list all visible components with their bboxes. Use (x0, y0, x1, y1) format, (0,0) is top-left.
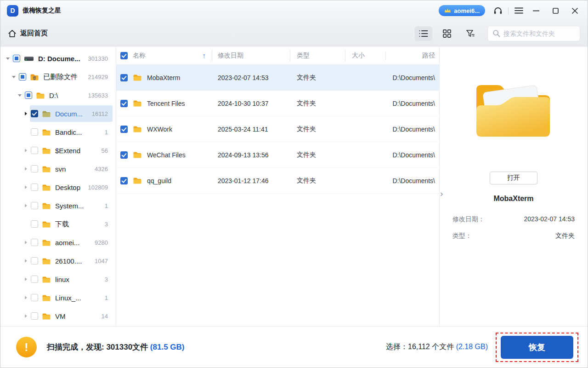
panel-collapse-chevron-icon[interactable]: › (440, 189, 443, 198)
file-row[interactable]: qq_guild2023-01-12 17:46文件夹D:\Documents\ (116, 168, 439, 194)
window-close-button[interactable] (568, 4, 581, 17)
tree-item-checkbox[interactable] (31, 202, 38, 209)
recover-button[interactable]: 恢复 (501, 336, 573, 359)
tree-item[interactable]: Linux_...1 (0, 288, 116, 307)
file-row-checkbox[interactable] (120, 177, 128, 184)
file-row[interactable]: WeChat Files2024-09-13 13:56文件夹D:\Docume… (116, 142, 439, 168)
expand-arrow-icon[interactable] (23, 204, 28, 207)
folder-icon (133, 151, 142, 159)
folder-icon (42, 220, 51, 228)
tree-item[interactable]: 下载3 (0, 215, 116, 233)
toolbar: 返回首页 (0, 21, 588, 46)
tree-item-label: D: Docume... (38, 55, 85, 63)
search-input[interactable] (503, 30, 575, 37)
expand-arrow-icon[interactable] (23, 277, 28, 281)
tree-item-body: Bandic...1 (30, 124, 113, 140)
file-row[interactable]: Tencent Files2024-10-30 10:37文件夹D:\Docum… (116, 91, 439, 116)
expand-arrow-icon[interactable] (23, 259, 28, 263)
expand-arrow-icon[interactable] (23, 112, 28, 115)
file-row-checkbox[interactable] (120, 151, 128, 159)
tree-item[interactable]: Bandic...1 (0, 123, 116, 141)
account-badge[interactable]: aomei6... (439, 5, 485, 16)
tree-item-checkbox[interactable] (31, 257, 38, 264)
tree-item-body: 下载3 (30, 216, 113, 232)
tree-item[interactable]: $Extend56 (0, 141, 116, 160)
expand-arrow-icon[interactable] (23, 167, 28, 171)
expand-arrow-icon[interactable] (23, 241, 28, 244)
collapse-arrow-icon[interactable] (17, 94, 23, 97)
tree-item[interactable]: VM14 (0, 307, 116, 325)
support-headset-icon[interactable] (492, 4, 504, 17)
tree-item[interactable]: linux3 (0, 270, 116, 288)
tree-item-checkbox[interactable] (31, 128, 38, 136)
column-header-size[interactable]: 大小 (345, 52, 385, 60)
grid-view-button[interactable] (438, 26, 456, 41)
tree-item-body: aomei...9280 (30, 234, 113, 251)
back-home-button[interactable]: 返回首页 (8, 29, 48, 38)
file-modified-date: 2024-10-30 10:37 (212, 100, 290, 107)
column-header-type[interactable]: 类型 (290, 52, 345, 60)
tree-item[interactable]: 26100....1047 (0, 252, 116, 270)
open-button[interactable]: 打开 (490, 172, 537, 184)
tree-item[interactable]: System...1 (0, 196, 116, 215)
expand-arrow-icon[interactable] (23, 296, 28, 299)
tree-item-checkbox[interactable] (31, 147, 38, 154)
collapse-arrow-icon[interactable] (11, 76, 17, 78)
tree-item-checkbox[interactable] (31, 110, 38, 117)
tree-item-checkbox[interactable] (31, 312, 38, 320)
tree-item-count: 135633 (88, 92, 108, 99)
tree-item[interactable]: aomei...9280 (0, 233, 116, 252)
tree-item[interactable]: svn4326 (0, 160, 116, 178)
file-row-checkbox[interactable] (120, 100, 128, 107)
app-window: D 傲梅恢复之星 aomei6... (0, 0, 588, 368)
folder-trash-icon (30, 73, 39, 81)
tree-item[interactable]: Desktop102809 (0, 178, 116, 196)
tree-item-label: 已删除文件 (43, 73, 85, 81)
tree-item-checkbox[interactable] (31, 239, 38, 246)
tree-item-body: D:\135633 (24, 87, 113, 104)
warning-exclamation-icon: ! (16, 337, 37, 357)
home-icon (8, 29, 17, 38)
tree-item[interactable]: Docum...16112 (0, 104, 116, 123)
file-row[interactable]: MobaXterm2023-02-07 14:53文件夹D:\Documents… (116, 65, 439, 91)
file-row-checkbox[interactable] (120, 74, 128, 81)
tree-item[interactable]: 已删除文件214929 (0, 68, 116, 86)
expand-arrow-icon[interactable] (23, 314, 28, 318)
column-header-date[interactable]: 修改日期 (212, 52, 290, 60)
tree-item-checkbox[interactable] (25, 92, 32, 99)
file-row-checkbox[interactable] (120, 126, 128, 133)
tree-item-label: 下载 (55, 220, 102, 229)
tree-item-checkbox[interactable] (31, 294, 38, 301)
tree-item[interactable]: D:\135633 (0, 86, 116, 104)
file-path: D:\Documents\ (385, 126, 439, 133)
tree-item-count: 56 (102, 147, 108, 154)
expand-arrow-icon[interactable] (23, 149, 28, 152)
tree-item-checkbox[interactable] (13, 55, 20, 62)
selection-summary-text: 选择：16,112 个文件 (2.18 GB) (386, 342, 488, 352)
tree-item-checkbox[interactable] (31, 165, 38, 172)
column-header-path[interactable]: 路径 (385, 52, 439, 60)
folder-icon (42, 239, 51, 247)
file-row[interactable]: WXWork2025-03-24 11:41文件夹D:\Documents\ (116, 116, 439, 142)
tree-item-checkbox[interactable] (31, 220, 38, 228)
tree-item[interactable]: D: Docume...301330 (0, 49, 116, 68)
tree-item-checkbox[interactable] (31, 184, 38, 191)
window-maximize-button[interactable] (549, 4, 562, 17)
tree-item-checkbox[interactable] (31, 276, 38, 283)
list-view-button[interactable] (415, 26, 432, 41)
tree-item-checkbox[interactable] (19, 73, 26, 80)
select-all-checkbox[interactable] (120, 52, 128, 59)
column-header-name[interactable]: 名称 ↑ (133, 52, 212, 60)
file-path: D:\Documents\ (385, 74, 439, 81)
preview-panel: › 打开 MobaXterm 修改日期： 202 (439, 46, 588, 326)
window-minimize-button[interactable] (530, 4, 543, 17)
file-name: qq_guild (147, 177, 171, 184)
drive-icon (24, 55, 34, 63)
file-type: 文件夹 (290, 125, 345, 133)
menu-hamburger-icon[interactable] (512, 4, 525, 17)
collapse-arrow-icon[interactable] (5, 58, 11, 60)
filter-button[interactable] (462, 26, 479, 41)
expand-arrow-icon[interactable] (23, 185, 28, 189)
file-name: MobaXterm (147, 74, 180, 81)
tree-item-body: 已删除文件214929 (18, 69, 113, 85)
